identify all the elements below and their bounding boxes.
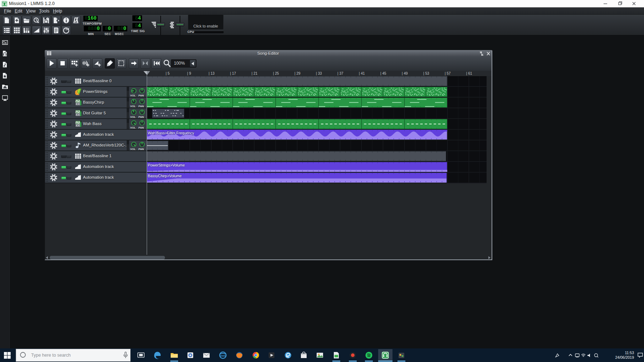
svg-text:Wah Bass>Filter Frequency: Wah Bass>Filter Frequency bbox=[148, 131, 194, 135]
svg-text:BassyChirp>Volume: BassyChirp>Volume bbox=[148, 174, 182, 178]
svg-text:| 5: | 5 bbox=[166, 71, 170, 75]
svg-text:| 29: | 29 bbox=[294, 71, 301, 75]
svg-text:| 33: | 33 bbox=[316, 71, 322, 75]
svg-text:| 21: | 21 bbox=[252, 71, 258, 75]
svg-text:| 41: | 41 bbox=[359, 71, 365, 75]
svg-text:| 61: | 61 bbox=[466, 71, 472, 75]
svg-text:PowerStrings>Volume: PowerStrings>Volume bbox=[148, 163, 185, 167]
svg-text:| 9: | 9 bbox=[187, 71, 191, 75]
svg-text:| 53: | 53 bbox=[423, 71, 429, 75]
svg-text:| 17: | 17 bbox=[230, 71, 236, 75]
svg-text:| 49: | 49 bbox=[402, 71, 408, 75]
svg-text:| 13: | 13 bbox=[209, 71, 215, 75]
svg-text:| 37: | 37 bbox=[337, 71, 343, 75]
svg-text:| 57: | 57 bbox=[445, 71, 451, 75]
svg-text:| 45: | 45 bbox=[380, 71, 386, 75]
svg-text:| 25: | 25 bbox=[273, 71, 279, 75]
